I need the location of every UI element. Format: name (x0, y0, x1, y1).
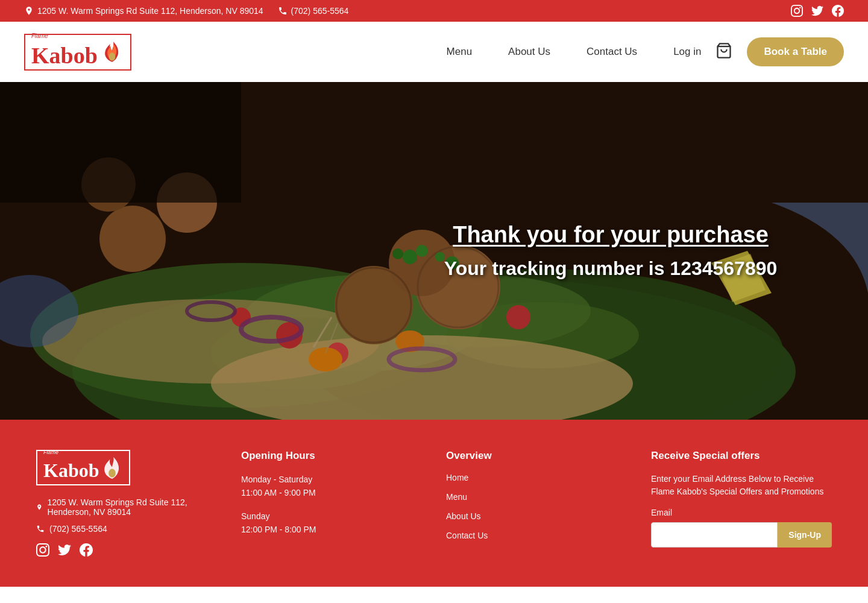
footer-links: Home Menu About Us Contact Us (446, 473, 627, 540)
footer-logo-flame-icon (101, 455, 123, 481)
footer-link-contact[interactable]: Contact Us (446, 531, 627, 540)
address-info: 1205 W. Warm Springs Rd Suite 112, Hende… (24, 6, 263, 16)
footer-link-about[interactable]: About Us (446, 511, 627, 521)
facebook-icon[interactable] (832, 5, 844, 17)
hero-subtitle-prefix: Your tracking number is (444, 257, 670, 279)
footer-hours-title: Opening Hours (241, 450, 422, 462)
footer-hours-weekday: Monday - Saturday 11:00 AM - 9:00 PM (241, 473, 422, 500)
footer-col-brand: Flame Kabob 1205 W. Warm Springs Rd Suit… (36, 450, 217, 557)
footer-hours-sunday: Sunday 12:00 PM - 8:00 PM (241, 510, 422, 537)
location-icon (24, 6, 34, 16)
address-text: 1205 W. Warm Springs Rd Suite 112, Hende… (37, 6, 263, 16)
footer-phone-text: (702) 565-5564 (49, 524, 107, 534)
twitter-icon[interactable] (811, 5, 823, 17)
svg-point-0 (108, 52, 115, 60)
logo-kabob-text: Kabob (31, 44, 98, 67)
footer-logo-flame: Flame (43, 449, 58, 455)
navbar: Flame Kabob Menu About Us Contact Us Log… (0, 22, 868, 82)
footer-link-home[interactable]: Home (446, 473, 627, 482)
phone-text: (702) 565-5564 (291, 6, 349, 16)
contact-link[interactable]: Contact Us (587, 46, 637, 58)
hero-text-container: Thank you for your purchase Your trackin… (444, 222, 778, 280)
logo-box: Flame Kabob (24, 34, 131, 71)
logo-flame-text: Flame (31, 33, 48, 39)
hero-section: Thank you for your purchase Your trackin… (0, 82, 868, 420)
nav-links: Menu About Us Contact Us (447, 46, 638, 58)
footer-overview-title: Overview (446, 450, 627, 462)
footer-phone-icon (36, 525, 45, 533)
cart-icon[interactable] (715, 42, 732, 62)
footer-offers-desc: Enter your Email Address Below to Receiv… (651, 473, 832, 498)
footer-offers-title: Receive Special offers (651, 450, 832, 462)
logo[interactable]: Flame Kabob (24, 34, 131, 71)
email-input[interactable] (651, 522, 778, 548)
footer-col-offers: Receive Special offers Enter your Email … (651, 450, 832, 557)
signup-button[interactable]: Sign-Up (778, 522, 832, 548)
footer: Flame Kabob 1205 W. Warm Springs Rd Suit… (0, 420, 868, 587)
nav-right: Log in Book a Table (673, 37, 844, 66)
menu-link[interactable]: Menu (447, 46, 473, 58)
footer-address-text: 1205 W. Warm Springs Rd Suite 112, Hende… (48, 497, 217, 517)
footer-hours-weekday-time: 11:00 AM - 9:00 PM (241, 486, 422, 499)
hero-title: Thank you for your purchase (444, 222, 778, 248)
footer-facebook-icon[interactable] (80, 543, 93, 557)
footer-col-hours: Opening Hours Monday - Saturday 11:00 AM… (241, 450, 422, 557)
footer-location-icon (36, 503, 43, 511)
footer-social-icons (36, 543, 217, 557)
footer-email-form: Sign-Up (651, 522, 832, 548)
top-bar-left: 1205 W. Warm Springs Rd Suite 112, Hende… (24, 6, 348, 16)
footer-hours-sunday-days: Sunday (241, 510, 422, 523)
about-link[interactable]: About Us (508, 46, 550, 58)
footer-instagram-icon[interactable] (36, 543, 49, 557)
footer-email-label: Email (651, 508, 832, 517)
footer-link-menu[interactable]: Menu (446, 492, 627, 502)
footer-address: 1205 W. Warm Springs Rd Suite 112, Hende… (36, 497, 217, 517)
phone-info: (702) 565-5564 (278, 6, 349, 16)
login-link[interactable]: Log in (673, 46, 701, 58)
footer-logo-kabob: Kabob (43, 459, 99, 482)
footer-col-overview: Overview Home Menu About Us Contact Us (446, 450, 627, 557)
footer-hours-sunday-time: 12:00 PM - 8:00 PM (241, 523, 422, 536)
footer-contact-info: 1205 W. Warm Springs Rd Suite 112, Hende… (36, 497, 217, 557)
svg-point-40 (109, 469, 116, 477)
footer-phone: (702) 565-5564 (36, 524, 217, 534)
logo-flame-icon (100, 40, 124, 64)
instagram-icon[interactable] (791, 5, 803, 17)
phone-icon (278, 6, 288, 16)
footer-twitter-icon[interactable] (58, 543, 71, 557)
hero-subtitle: Your tracking number is 1234567890 (444, 257, 778, 280)
top-bar: 1205 W. Warm Springs Rd Suite 112, Hende… (0, 0, 868, 22)
hero-tracking-number: 1234567890 (670, 257, 777, 279)
social-icons (791, 5, 844, 17)
book-table-button[interactable]: Book a Table (747, 37, 844, 66)
footer-hours-weekday-days: Monday - Saturday (241, 473, 422, 486)
footer-logo[interactable]: Flame Kabob (36, 450, 130, 485)
